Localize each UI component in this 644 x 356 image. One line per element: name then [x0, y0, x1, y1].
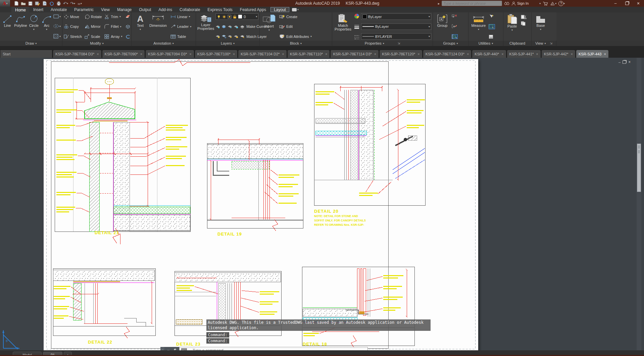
- plot-icon[interactable]: [55, 1, 62, 6]
- layer-properties-button[interactable]: Layer Properties: [197, 13, 214, 40]
- close-tab-icon[interactable]: ×: [571, 52, 573, 56]
- drawing-close-icon[interactable]: ×: [628, 60, 631, 64]
- file-tab[interactable]: KSR-SJP-442*×: [541, 50, 576, 58]
- file-tab-active[interactable]: KSR-SJP-443×: [576, 50, 609, 58]
- vertical-scrollbar[interactable]: [637, 58, 641, 350]
- help-icon[interactable]: ? ▾: [558, 1, 565, 6]
- tab-manage[interactable]: Manage: [113, 7, 135, 12]
- close-button[interactable]: ×: [633, 0, 644, 7]
- sync-icon[interactable]: [48, 1, 55, 6]
- linear-button[interactable]: Linear▾: [170, 13, 191, 20]
- redo-icon[interactable]: ↷▾: [69, 1, 76, 6]
- minimize-button[interactable]: –: [610, 0, 621, 7]
- insert-button[interactable]: Insert▾: [261, 13, 277, 40]
- quick-calculator-icon[interactable]: [489, 35, 495, 39]
- tab-insert[interactable]: Insert: [30, 7, 47, 12]
- stretch-button[interactable]: Stretch: [64, 33, 82, 40]
- infocenter-flyout-icon[interactable]: ▸: [438, 2, 440, 5]
- undo-icon[interactable]: ↶▾: [62, 1, 69, 6]
- copy-clip-icon[interactable]: [521, 21, 527, 26]
- table-button[interactable]: Table: [170, 33, 191, 40]
- tab-home[interactable]: Home: [11, 7, 30, 12]
- close-tab-icon[interactable]: ×: [97, 52, 99, 56]
- group-selection-toggle-icon[interactable]: [452, 34, 458, 39]
- lasso-icon[interactable]: [125, 35, 131, 39]
- close-tab-icon[interactable]: ×: [233, 52, 235, 56]
- panel-title-draw[interactable]: Draw▾: [0, 41, 62, 46]
- tab-express-tools[interactable]: Express Tools: [204, 7, 236, 12]
- panel-title-modify[interactable]: Modify▾: [62, 41, 132, 46]
- close-tab-icon[interactable]: ×: [282, 52, 284, 56]
- close-tab-icon[interactable]: ×: [417, 52, 419, 56]
- panel-title-view[interactable]: View▾⇲: [532, 41, 556, 46]
- file-tab[interactable]: KSR-SJP-78ET100*×: [195, 50, 238, 58]
- tab-featured-apps[interactable]: Featured Apps: [236, 7, 270, 12]
- layout-paper[interactable]: [44, 59, 478, 351]
- scale-button[interactable]: Scale: [85, 33, 102, 40]
- file-tab[interactable]: KSR-SJP-78ET120*×: [379, 50, 422, 58]
- search-input[interactable]: [442, 1, 502, 6]
- panel-title-utilities[interactable]: Utilities▾: [468, 41, 503, 46]
- line-button[interactable]: Line: [1, 13, 13, 40]
- file-tab[interactable]: KSR-SJP-441*×: [507, 50, 541, 58]
- lineweight-icon[interactable]: [354, 24, 360, 29]
- ungroup-icon[interactable]: [452, 14, 458, 18]
- paste-button[interactable]: Paste▾: [505, 13, 519, 40]
- drawing-area[interactable]: DETAIL 21 DETAIL 19 DETAIL 20 NOTE: DETA…: [0, 58, 644, 356]
- scrollbar-thumb[interactable]: [637, 144, 641, 192]
- file-tab[interactable]: KSR-SJP-78ET124 D3*×: [423, 50, 472, 58]
- file-tab[interactable]: KSR-SJP-78ET090*×: [102, 50, 145, 58]
- restore-button[interactable]: [621, 0, 633, 7]
- match-properties-button[interactable]: Match Properties: [334, 13, 352, 40]
- panel-title-block[interactable]: Block▾: [260, 41, 332, 46]
- group-button[interactable]: Group: [434, 13, 450, 40]
- app-menu-button[interactable]: A ▾: [0, 0, 10, 7]
- tab-addins[interactable]: Add-ins: [155, 7, 176, 12]
- file-tab[interactable]: KSR-SJP-78ET114 D3*×: [330, 50, 379, 58]
- panel-title-annotation[interactable]: Annotation▾: [132, 41, 196, 46]
- tab-collaborate[interactable]: Collaborate: [176, 7, 204, 12]
- close-tab-icon[interactable]: ×: [325, 52, 327, 56]
- linetype-dropdown[interactable]: BYLAYER ▾: [361, 33, 431, 40]
- ellipse-tool-icon[interactable]: ▾: [53, 24, 61, 29]
- close-tab-icon[interactable]: ×: [374, 52, 376, 56]
- file-tab[interactable]: KSR-SJP-78ET110*×: [287, 50, 330, 58]
- search-icon[interactable]: [504, 1, 509, 6]
- leader-button[interactable]: Leader▾: [170, 23, 191, 30]
- export-icon[interactable]: [41, 1, 48, 6]
- panel-title-groups[interactable]: Groups▾: [433, 41, 468, 46]
- tab-layout[interactable]: Layout: [270, 7, 289, 12]
- file-tab-start[interactable]: Start: [0, 50, 52, 58]
- file-tab[interactable]: KSR-SJP-440*×: [472, 50, 506, 58]
- drawing-restore-icon[interactable]: [623, 60, 626, 64]
- autodesk-360-icon[interactable]: ▾: [550, 1, 556, 6]
- hatch-tool-icon[interactable]: ▾: [53, 34, 61, 39]
- select-objects-icon[interactable]: [489, 24, 495, 29]
- arc-button[interactable]: Arc▾: [41, 13, 53, 40]
- tab-view[interactable]: View: [97, 7, 113, 12]
- rotate-button[interactable]: Rotate: [85, 13, 102, 20]
- array-button[interactable]: Array▾: [104, 33, 122, 40]
- sign-in-button[interactable]: Sign In ▾: [511, 1, 541, 6]
- app-store-cart-icon[interactable]: [543, 1, 548, 6]
- lineweight-dropdown[interactable]: ByLayer ▾: [361, 23, 431, 30]
- color-dropdown[interactable]: ByLayer ▾: [361, 13, 431, 20]
- copy-button[interactable]: Copy: [64, 23, 82, 30]
- trim-button[interactable]: Trim▾: [104, 13, 122, 20]
- panel-title-properties[interactable]: Properties▾⇲: [332, 41, 433, 46]
- qat-customize-icon[interactable]: ⚌▾: [77, 1, 83, 6]
- block-create-button[interactable]: Create: [279, 13, 312, 20]
- circle-button[interactable]: Circle▾: [28, 13, 40, 40]
- rectangle-tool-icon[interactable]: ▾: [53, 14, 61, 19]
- panel-title-layers[interactable]: Layers▾: [196, 41, 260, 46]
- file-tab[interactable]: KSR-SJP-78ET084 D3*×: [53, 50, 102, 58]
- fillet-button[interactable]: Fillet▾: [104, 23, 122, 30]
- panel-title-clipboard[interactable]: Clipboard: [503, 41, 532, 46]
- close-tab-icon[interactable]: ×: [467, 52, 469, 56]
- polyline-button[interactable]: Polyline: [14, 13, 27, 40]
- quick-select-icon[interactable]: [489, 14, 495, 18]
- block-edit-button[interactable]: Edit: [279, 23, 312, 30]
- open-file-icon[interactable]: [20, 1, 27, 6]
- close-tab-icon[interactable]: ×: [189, 52, 191, 56]
- save-as-icon[interactable]: [34, 1, 41, 6]
